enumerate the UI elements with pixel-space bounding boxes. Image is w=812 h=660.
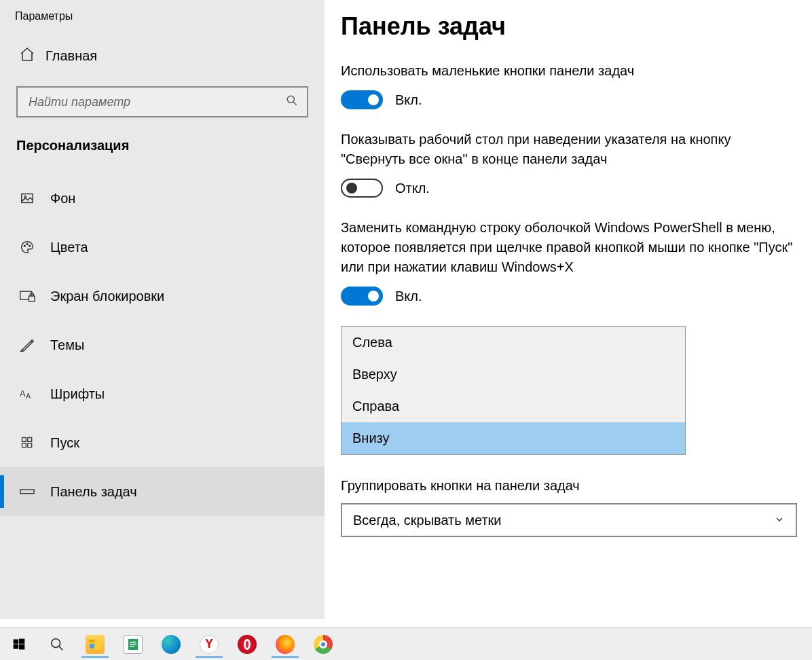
picture-icon <box>19 191 35 206</box>
position-option-left[interactable]: Слева <box>342 327 685 359</box>
svg-line-21 <box>59 646 62 650</box>
toggle-peek[interactable] <box>341 179 383 198</box>
position-option-right[interactable]: Справа <box>342 390 685 422</box>
taskbar-icon <box>19 485 35 498</box>
svg-rect-23 <box>89 640 94 642</box>
nav-item-label: Экран блокировки <box>50 289 164 304</box>
position-option-top[interactable]: Вверху <box>342 359 685 390</box>
svg-point-20 <box>52 638 60 647</box>
dropdown-value: Всегда, скрывать метки <box>353 513 502 528</box>
svg-point-5 <box>26 244 28 245</box>
page-title: Панель задач <box>341 12 796 41</box>
svg-text:A: A <box>26 392 31 400</box>
taskbar-opera-button[interactable] <box>232 631 262 658</box>
toggle-small-buttons[interactable] <box>341 90 383 109</box>
toggle-peek-state: Откл. <box>395 181 430 196</box>
taskbar-libreoffice-button[interactable] <box>118 631 148 658</box>
sidebar: Параметры Главная Персонализация Фон Цв <box>0 0 325 619</box>
nav-item-label: Цвета <box>50 240 88 255</box>
nav-fonts[interactable]: AA Шрифты <box>0 369 325 418</box>
toggle-powershell[interactable] <box>341 287 383 306</box>
svg-rect-15 <box>20 490 34 494</box>
setting-powershell-label: Заменить командную строку оболочкой Wind… <box>341 218 796 277</box>
search-input[interactable] <box>16 86 308 117</box>
setting-peek-label: Показывать рабочий стол при наведении ук… <box>341 130 796 169</box>
fonts-icon: AA <box>19 386 35 401</box>
svg-line-1 <box>294 103 297 105</box>
toggle-powershell-state: Вкл. <box>395 289 422 304</box>
nav-lockscreen[interactable]: Экран блокировки <box>0 272 325 320</box>
nav-themes[interactable]: Темы <box>0 320 325 369</box>
nav-item-label: Пуск <box>50 435 79 451</box>
taskbar-yandex-button[interactable]: Y <box>194 631 224 658</box>
search-box[interactable] <box>16 86 308 117</box>
taskbar-edge-button[interactable] <box>156 631 186 658</box>
taskbar-chrome-button[interactable] <box>308 631 338 658</box>
lockscreen-icon <box>19 289 35 304</box>
svg-rect-26 <box>130 642 136 643</box>
setting-small-buttons-label: Использовать маленькие кнопки панели зад… <box>341 61 796 81</box>
nav-item-label: Шрифты <box>50 386 105 402</box>
svg-point-4 <box>24 245 25 246</box>
svg-rect-12 <box>28 438 32 442</box>
svg-point-6 <box>29 245 31 246</box>
search-icon <box>285 94 299 110</box>
svg-point-0 <box>287 96 294 103</box>
nav-taskbar[interactable]: Панель задач <box>0 467 325 516</box>
taskbar-firefox-button[interactable] <box>270 631 300 658</box>
themes-icon <box>19 337 35 352</box>
group-buttons-label: Группировать кнопки на панели задач <box>341 478 796 494</box>
nav-home-label: Главная <box>45 48 97 64</box>
nav-colors[interactable]: Цвета <box>0 223 325 272</box>
svg-text:A: A <box>20 388 26 399</box>
taskbar-explorer-button[interactable] <box>80 631 110 658</box>
svg-rect-19 <box>19 644 24 650</box>
nav-start[interactable]: Пуск <box>0 418 325 467</box>
svg-rect-16 <box>14 639 19 644</box>
svg-rect-11 <box>22 438 26 442</box>
svg-rect-24 <box>90 644 94 648</box>
taskbar-start-button[interactable] <box>4 631 34 658</box>
app-title: Параметры <box>0 10 325 46</box>
toggle-small-buttons-state: Вкл. <box>395 92 422 108</box>
palette-icon <box>19 240 35 255</box>
svg-rect-13 <box>22 443 26 447</box>
group-buttons-dropdown[interactable]: Всегда, скрывать метки <box>341 503 797 537</box>
taskbar: Y <box>0 627 812 660</box>
svg-rect-17 <box>19 638 24 644</box>
category-title: Персонализация <box>0 138 325 174</box>
nav-item-label: Панель задач <box>50 484 137 500</box>
svg-rect-27 <box>130 644 136 645</box>
svg-rect-18 <box>14 644 19 649</box>
home-icon <box>19 46 35 66</box>
nav-home[interactable]: Главная <box>0 46 325 86</box>
main-content: Панель задач Использовать маленькие кноп… <box>325 0 812 619</box>
svg-rect-14 <box>28 443 32 447</box>
start-icon <box>19 436 35 450</box>
nav-background[interactable]: Фон <box>0 174 325 223</box>
nav-item-label: Темы <box>50 337 84 353</box>
svg-rect-28 <box>130 646 134 647</box>
position-listbox[interactable]: Слева Вверху Справа Внизу <box>341 326 686 455</box>
chevron-down-icon <box>774 513 785 528</box>
nav-item-label: Фон <box>50 191 75 206</box>
position-option-bottom[interactable]: Внизу <box>342 422 685 454</box>
svg-rect-8 <box>29 296 35 301</box>
taskbar-search-button[interactable] <box>42 631 72 658</box>
